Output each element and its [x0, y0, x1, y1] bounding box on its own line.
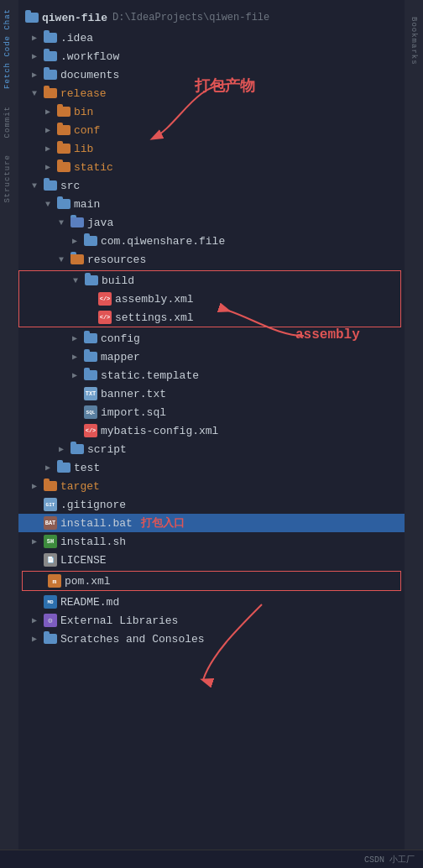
sh-file-icon: SH [44, 535, 57, 548]
folder-icon [84, 333, 97, 343]
item-label: test [74, 462, 100, 474]
folder-icon [70, 444, 84, 454]
tree-item-conf[interactable]: conf [18, 121, 405, 139]
tree-item-release[interactable]: release [18, 84, 405, 102]
tree-item-scratches[interactable]: Scratches and Consoles [18, 630, 405, 648]
chevron-right-icon [72, 352, 84, 362]
tree-item-workflow[interactable]: .workflow [18, 47, 405, 65]
item-label: README.md [60, 596, 119, 609]
folder-orange-icon [57, 162, 70, 172]
item-label: script [87, 443, 127, 456]
chevron-right-icon [45, 144, 57, 154]
folder-orange-icon [57, 107, 70, 117]
item-label: documents [60, 69, 119, 81]
chevron-right-icon [45, 162, 57, 172]
lib-icon: ⚙ [44, 614, 57, 627]
tree-item-mybatis[interactable]: </> mybatis-config.xml [18, 421, 405, 440]
item-label: bin [74, 106, 93, 118]
status-bar: CSDN 小工厂 [0, 850, 423, 868]
tree-item-idea[interactable]: .idea [18, 29, 405, 47]
tree-item-main[interactable]: main [18, 195, 405, 213]
tree-item-src[interactable]: src [18, 176, 405, 195]
tree-item-lib[interactable]: lib [18, 139, 405, 158]
tree-item-readme[interactable]: MD README.md [18, 593, 405, 611]
tree-item-java[interactable]: java [18, 213, 405, 232]
item-label: External Libraries [60, 614, 178, 627]
structure-tab[interactable]: Structure [0, 146, 18, 212]
commit-tab[interactable]: Commit [0, 97, 18, 146]
item-label: install.sh [60, 536, 126, 548]
item-label: settings.xml [115, 311, 194, 324]
chevron-down-icon [59, 255, 70, 264]
tree-item-build[interactable]: build [19, 271, 400, 290]
tree-item-install-sh[interactable]: SH install.sh [18, 532, 405, 551]
item-label: banner.txt [101, 388, 166, 400]
item-label: pom.xml [65, 575, 111, 588]
folder-icon [84, 370, 97, 380]
item-label: build [102, 275, 134, 287]
tree-item-mapper[interactable]: mapper [18, 348, 405, 366]
tree-item-external-libraries[interactable]: ⚙ External Libraries [18, 611, 405, 630]
tree-item-target[interactable]: target [18, 477, 405, 495]
folder-icon [44, 70, 57, 80]
item-label: main [74, 198, 100, 211]
folder-icon [44, 634, 57, 644]
project-path: D:\IdeaProjects\qiwen-file [112, 12, 269, 24]
tree-item-script[interactable]: script [18, 440, 405, 458]
fetch-code-chat-tab[interactable]: Fetch Code Chat [0, 0, 18, 97]
tree-item-bin[interactable]: bin [18, 102, 405, 121]
tree-item-settings-xml[interactable]: </> settings.xml [19, 308, 400, 327]
tree-item-gitignore[interactable]: GIT .gitignore [18, 495, 405, 514]
item-label: .gitignore [60, 499, 126, 511]
tree-item-static[interactable]: static [18, 158, 405, 176]
md-file-icon: MD [44, 595, 57, 609]
tree-item-license[interactable]: 📄 LICENSE [18, 551, 405, 569]
chevron-right-icon [72, 333, 84, 343]
xml-file-icon: </> [98, 311, 112, 324]
chevron-down-icon [32, 89, 44, 98]
item-label: java [87, 217, 113, 229]
tree-item-import-sql[interactable]: SQL import.sql [18, 403, 405, 421]
tree-item-config[interactable]: config [18, 329, 405, 348]
folder-icon [70, 217, 84, 227]
folder-icon [44, 180, 57, 191]
chevron-right-icon [59, 444, 70, 454]
chevron-right-icon [72, 236, 84, 246]
chevron-right-icon [32, 634, 44, 644]
item-label: lib [74, 143, 93, 155]
tree-item-documents[interactable]: documents [18, 65, 405, 84]
tree-item-pom[interactable]: m pom.xml [23, 572, 400, 590]
item-label: src [60, 180, 80, 192]
item-label: resources [87, 254, 146, 266]
folder-icon [57, 463, 70, 473]
item-label: LICENSE [60, 554, 107, 567]
tree-item-resources[interactable]: resources [18, 250, 405, 269]
folder-icon [84, 236, 97, 246]
tree-item-static-template[interactable]: static.template [18, 366, 405, 384]
project-folder-icon [25, 13, 39, 23]
file-tree: qiwen-file D:\IdeaProjects\qiwen-file .i… [18, 0, 405, 868]
tree-item-com[interactable]: com.qiwenshare.file [18, 232, 405, 250]
tree-item-banner[interactable]: TXT banner.txt [18, 384, 405, 403]
chevron-right-icon [32, 481, 44, 491]
status-label: CSDN 小工厂 [364, 854, 415, 865]
folder-icon [85, 275, 98, 285]
project-header[interactable]: qiwen-file D:\IdeaProjects\qiwen-file [18, 7, 405, 29]
chevron-right-icon [32, 536, 44, 546]
item-label: static.template [101, 369, 199, 382]
bookmarks-tab[interactable]: Bookmarks [406, 8, 421, 74]
pom-highlight-box: m pom.xml [22, 571, 401, 591]
item-label: import.sql [101, 406, 166, 419]
folder-orange-icon [44, 88, 57, 98]
tree-item-test[interactable]: test [18, 458, 405, 477]
item-label: config [101, 332, 140, 345]
item-label: mapper [101, 351, 140, 363]
left-sidebar-tabs: Fetch Code Chat Commit Structure [0, 0, 18, 868]
chevron-right-icon [45, 125, 57, 135]
folder-icon [57, 199, 70, 209]
tree-item-install-bat[interactable]: BAT install.bat 打包入口 [18, 514, 405, 532]
chevron-down-icon [45, 200, 57, 209]
tree-item-assembly-xml[interactable]: </> assembly.xml [19, 290, 400, 308]
chevron-right-icon [32, 51, 44, 61]
license-file-icon: 📄 [44, 553, 57, 567]
